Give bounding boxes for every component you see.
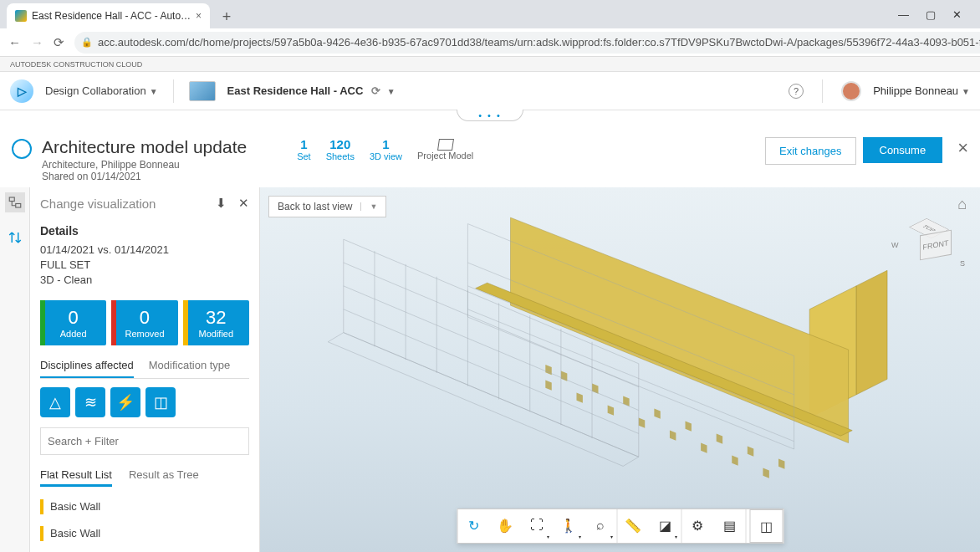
split-view-icon[interactable]: ◫ [750,510,782,542]
pan-tool-icon[interactable]: ✋ [489,509,521,541]
models-tool-icon[interactable]: ▤ [713,509,745,541]
download-icon[interactable]: ⬇ [216,196,227,211]
fit-tool-icon[interactable]: ⛶▾ [521,509,553,541]
divider [822,79,823,103]
window-controls: — ▢ ✕ [886,8,973,21]
tab-modification-type[interactable]: Modification type [149,354,231,378]
minimize-icon[interactable]: — [898,8,909,21]
panel-header: Change visualization ⬇ ✕ [30,187,259,219]
user-dropdown[interactable]: Philippe Bonneau▼ [873,84,970,97]
maximize-icon[interactable]: ▢ [926,8,936,21]
changes-tool-icon[interactable] [5,192,25,212]
forward-icon[interactable]: → [31,35,43,49]
status-circle-icon [12,139,32,159]
chevron-down-icon: ▼ [962,87,970,96]
svg-rect-0 [9,197,14,202]
browser-tab-strip: East Residence Hall - ACC - Auto… × + — … [0,0,980,28]
url-input[interactable]: 🔒 acc.autodesk.com/dc/home/projects/597a… [74,32,980,54]
subtab-tree[interactable]: Result as Tree [129,465,199,487]
svg-rect-15 [778,459,784,469]
reload-icon[interactable]: ⟳ [54,35,64,50]
divider [173,79,174,103]
search-filter-input[interactable] [40,427,249,455]
close-window-icon[interactable]: ✕ [952,8,962,21]
building-model [302,208,960,503]
tab-disciplines[interactable]: Disciplines affected [40,354,134,378]
user-avatar-icon[interactable] [841,81,861,101]
chevron-down-icon: ▼ [150,87,158,96]
stat-sheets[interactable]: 120 Sheets [326,137,355,161]
svg-rect-19 [639,418,645,428]
svg-rect-21 [701,443,707,453]
details-view: 3D - Clean [40,273,249,288]
svg-rect-20 [670,431,676,441]
tool-icon: ▷ [10,79,33,103]
svg-rect-23 [763,468,768,478]
compare-tool-icon[interactable] [5,227,25,248]
camera-tool-icon[interactable]: ⌕▾ [584,509,616,541]
section-tool-icon[interactable]: ◪▾ [649,509,681,541]
result-view-tabs: Flat Result List Result as Tree [40,465,249,487]
chevron-down-icon: ▼ [387,87,396,96]
measure-tool-icon[interactable]: 📏 [617,509,649,541]
modified-card[interactable]: 32 Modified [183,300,249,345]
svg-marker-2 [856,270,887,395]
lock-icon: 🔒 [81,37,93,48]
svg-rect-9 [592,383,598,393]
close-panel-icon[interactable]: × [957,137,968,159]
title-subtitle-1: Architecture, Philippe Bonneau [42,159,247,171]
result-item[interactable]: Basic Wall [40,547,249,552]
consume-button[interactable]: Consume [863,137,943,163]
result-item[interactable]: Basic Wall [40,520,249,547]
stat-set[interactable]: 1 Set [297,137,311,161]
results-list: Basic WallBasic WallBasic WallBasic Wall… [40,493,249,552]
exit-changes-button[interactable]: Exit changes [765,137,855,165]
project-dropdown[interactable]: East Residence Hall - ACC ⟳ ▼ [227,84,396,97]
close-icon[interactable]: ✕ [238,196,249,211]
orbit-tool-icon[interactable]: ↻ [457,509,489,541]
discipline-elec-icon[interactable]: ⚡ [110,387,140,417]
discipline-icons: △ ≋ ⚡ ◫ [40,387,249,417]
viewer-canvas[interactable]: Back to last view ▼ ⌂ TOP FRONT W S [260,187,980,552]
modified-stripe-icon [40,526,43,541]
stat-project-model[interactable]: Project Model [417,139,473,161]
details-dates: 01/14/2021 vs. 01/14/2021 [40,243,249,258]
panel-title: Change visualization [40,197,156,211]
page-title: Architecture model update [42,137,247,157]
browser-tab[interactable]: East Residence Hall - ACC - Auto… × [7,3,210,28]
svg-rect-10 [623,396,629,406]
discipline-struct-icon[interactable]: ≋ [75,387,105,417]
removed-card[interactable]: 0 Removed [111,300,177,345]
tool-dropdown[interactable]: Design Collaboration▼ [45,84,158,97]
svg-rect-22 [732,456,738,466]
new-tab-button[interactable]: + [215,5,238,28]
modified-stripe-icon [40,499,43,514]
left-rail [0,187,30,552]
svg-rect-12 [686,421,692,431]
svg-rect-11 [654,408,660,418]
discipline-other-icon[interactable]: ◫ [145,387,176,417]
context-bar: ▷ Design Collaboration▼ East Residence H… [0,72,980,110]
result-item[interactable]: Basic Wall [40,493,249,520]
added-card[interactable]: 0 Added [40,300,106,345]
help-icon[interactable]: ? [789,84,804,99]
discipline-arch-icon[interactable]: △ [40,387,70,417]
settings-tool-icon[interactable]: ⚙ [681,509,713,541]
tab-close-icon[interactable]: × [196,10,202,22]
refresh-icon[interactable]: ⟳ [371,84,380,97]
autodesk-strip: AUTODESK CONSTRUCTION CLOUD [0,57,980,72]
result-label: Basic Wall [50,500,100,513]
svg-rect-1 [15,204,20,208]
subtab-flat[interactable]: Flat Result List [40,465,112,487]
back-icon[interactable]: ← [8,35,21,49]
project-thumbnail [189,81,216,101]
autodesk-logo-text: AUTODESK CONSTRUCTION CLOUD [10,60,142,69]
svg-rect-13 [717,433,722,443]
stat-3dview[interactable]: 1 3D view [370,137,402,161]
svg-rect-14 [748,446,753,456]
walk-tool-icon[interactable]: 🚶▾ [553,509,584,541]
result-label: Basic Wall [50,527,100,539]
stats-row: 1 Set 120 Sheets 1 3D view Project Model [297,137,473,161]
count-cards: 0 Added 0 Removed 32 Modified [40,300,249,345]
expand-handle[interactable]: • • • [457,110,523,121]
